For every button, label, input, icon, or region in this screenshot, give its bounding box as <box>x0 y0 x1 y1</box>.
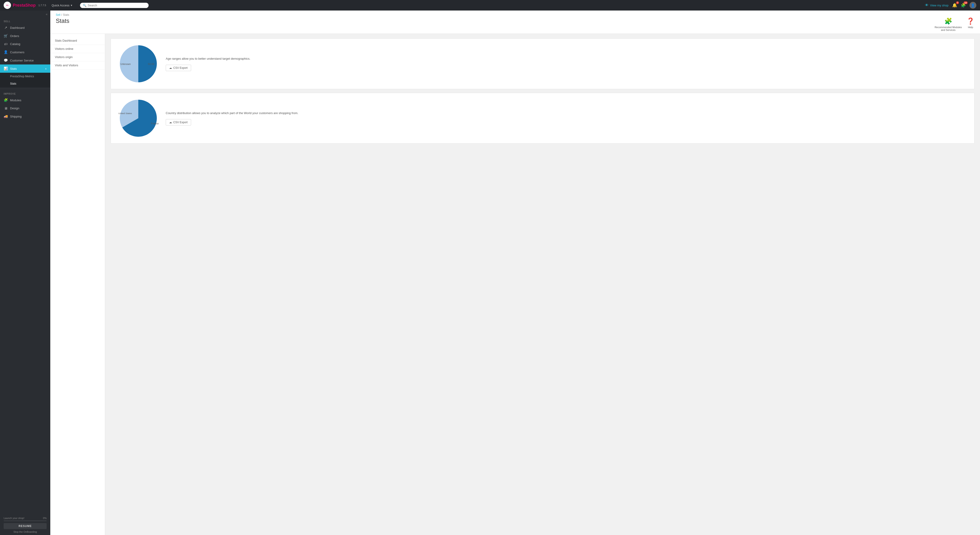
cloud-upload-icon-2: ☁ <box>169 121 172 124</box>
stats-submenu: PrestaShop Metrics Stats <box>0 73 50 88</box>
sidebar-item-design[interactable]: 🖥 Design <box>0 104 50 112</box>
stats-menu-panel: Stats Dashboard Visitors online Visitors… <box>50 34 105 535</box>
recommended-modules-label: Recommended Modules and Services <box>934 26 962 31</box>
sidebar-item-customers[interactable]: 👤 Customers <box>0 48 50 56</box>
age-csv-export-button[interactable]: ☁ CSV Export <box>166 65 191 71</box>
stats-icon: 📊 <box>4 67 8 71</box>
sidebar-collapse-btn[interactable]: « <box>0 11 50 18</box>
updates-badge: 13 <box>964 2 968 4</box>
country-csv-export-button[interactable]: ☁ CSV Export <box>166 119 191 126</box>
stats-chevron-icon: ∧ <box>45 67 47 70</box>
launch-progress: 0% <box>43 517 47 519</box>
sidebar-item-stats-label: Stats <box>10 67 17 70</box>
chevron-down-icon: ▼ <box>70 4 73 6</box>
page-header: Sell / Stats Stats 🧩 Recommended Modules… <box>50 11 980 34</box>
content-area: Stats Dashboard Visitors online Visitors… <box>50 34 980 535</box>
page-header-actions: 🧩 Recommended Modules and Services ❓ Hel… <box>934 18 975 31</box>
stats-menu-item-visitors-online[interactable]: Visitors online <box>50 45 105 53</box>
design-icon: 🖥 <box>4 106 8 110</box>
search-input[interactable] <box>88 4 146 7</box>
topbar-right: 👁 View my shop 🔔 7 🧩 13 👤 <box>925 2 976 9</box>
prestashop-metrics-label: PrestaShop Metrics <box>10 75 34 78</box>
sidebar-item-stats[interactable]: 📊 Stats ∧ <box>0 64 50 73</box>
breadcrumb-current: Stats <box>63 13 69 16</box>
sidebar-item-customers-label: Customers <box>10 51 24 54</box>
sidebar-item-catalog-label: Catalog <box>10 42 20 46</box>
updates-button[interactable]: 🧩 13 <box>961 3 966 8</box>
sidebar-item-orders[interactable]: 🛒 Orders <box>0 32 50 40</box>
sidebar-item-dashboard-label: Dashboard <box>10 26 25 30</box>
country-pie-chart: United States France <box>115 98 161 139</box>
sidebar-item-orders-label: Orders <box>10 34 19 38</box>
main-content: Sell / Stats Stats 🧩 Recommended Modules… <box>50 11 980 535</box>
country-chart-info: Country distribution allows you to analy… <box>166 111 970 126</box>
trending-icon: ↗ <box>4 25 8 30</box>
help-label: Help <box>968 26 973 29</box>
sidebar-item-dashboard[interactable]: ↗ Dashboard <box>0 24 50 32</box>
modules-icon: 🧩 <box>4 98 8 102</box>
logo-area: PS PrestaShop 1.7.7.5 <box>4 2 46 9</box>
notifications-badge: 7 <box>956 2 959 4</box>
recommended-modules-action[interactable]: 🧩 Recommended Modules and Services <box>934 18 962 31</box>
country-chart-description: Country distribution allows you to analy… <box>166 111 970 115</box>
stats-content-area: Unknown 50-59 Age ranges allow you to be… <box>105 34 980 535</box>
help-icon: ❓ <box>967 18 975 25</box>
onboarding-link[interactable]: Stop the OnBoarding <box>4 530 47 533</box>
customers-icon: 👤 <box>4 50 8 54</box>
search-icon: 🔍 <box>83 4 86 7</box>
shipping-icon: 🚚 <box>4 114 8 118</box>
sidebar-item-modules[interactable]: 🧩 Modules <box>0 96 50 104</box>
catalog-icon: 🏷 <box>4 42 8 46</box>
sidebar-item-design-label: Design <box>10 107 19 110</box>
svg-text:France: France <box>151 122 159 125</box>
sell-section-label: SELL <box>0 18 50 24</box>
logo-icon: PS <box>4 2 11 9</box>
search-box: 🔍 <box>80 3 149 8</box>
svg-text:Unknown: Unknown <box>121 63 131 65</box>
orders-icon: 🛒 <box>4 34 8 38</box>
launch-label: Launch your shop! <box>4 517 24 519</box>
sidebar-item-stats-sub[interactable]: Stats <box>0 80 50 88</box>
breadcrumb-sell[interactable]: Sell <box>56 13 60 16</box>
topbar: PS PrestaShop 1.7.7.5 Quick Access ▼ 🔍 👁… <box>0 0 980 11</box>
sidebar-nav: SELL ↗ Dashboard 🛒 Orders 🏷 Catalog 👤 Cu… <box>0 18 50 515</box>
age-chart-info: Age ranges allow you to better understan… <box>166 56 970 71</box>
progress-bar-bg <box>4 521 47 521</box>
help-action[interactable]: ❓ Help <box>967 18 975 29</box>
sidebar-item-catalog[interactable]: 🏷 Catalog <box>0 40 50 48</box>
notifications-button[interactable]: 🔔 7 <box>952 3 957 8</box>
svg-text:United States: United States <box>118 112 132 115</box>
logo-text: PrestaShop <box>13 3 36 8</box>
sidebar-divider <box>0 89 50 89</box>
stats-sub-label: Stats <box>10 82 16 85</box>
age-chart-description: Age ranges allow you to better understan… <box>166 56 970 61</box>
svg-text:PS: PS <box>6 5 8 6</box>
stats-menu-item-visits-and-visitors[interactable]: Visits and Visitors <box>50 61 105 70</box>
view-shop-link[interactable]: 👁 View my shop <box>925 3 948 7</box>
body-layout: « SELL ↗ Dashboard 🛒 Orders 🏷 Catalog 👤 … <box>0 11 980 535</box>
collapse-icon: « <box>46 12 48 16</box>
user-avatar[interactable]: 👤 <box>969 2 976 9</box>
improve-section-label: IMPROVE <box>0 90 50 96</box>
sidebar-item-shipping[interactable]: 🚚 Shipping <box>0 112 50 121</box>
stats-menu-item-visitors-origin[interactable]: Visitors origin <box>50 53 105 61</box>
customer-service-icon: 💬 <box>4 58 8 62</box>
puzzle-icon: 🧩 <box>944 18 952 25</box>
cloud-upload-icon: ☁ <box>169 66 172 70</box>
sidebar-item-shipping-label: Shipping <box>10 115 22 118</box>
eye-icon: 👁 <box>925 3 929 7</box>
breadcrumb-separator: / <box>61 13 62 16</box>
stats-menu-item-dashboard[interactable]: Stats Dashboard <box>50 37 105 45</box>
sidebar-item-modules-label: Modules <box>10 99 21 102</box>
quick-access-button[interactable]: Quick Access ▼ <box>50 3 75 8</box>
resume-button[interactable]: RESUME <box>4 523 47 529</box>
breadcrumb: Sell / Stats <box>56 13 975 16</box>
sidebar-item-customer-service[interactable]: 💬 Customer Service <box>0 56 50 64</box>
page-title: Stats <box>56 18 69 24</box>
sidebar-footer: Launch your shop! 0% RESUME Stop the OnB… <box>0 515 50 535</box>
sidebar: « SELL ↗ Dashboard 🛒 Orders 🏷 Catalog 👤 … <box>0 11 50 535</box>
sidebar-item-prestashop-metrics[interactable]: PrestaShop Metrics <box>0 73 50 80</box>
country-chart-section: United States France Country distributio… <box>111 93 975 143</box>
logo-version: 1.7.7.5 <box>38 4 46 6</box>
age-chart-section: Unknown 50-59 Age ranges allow you to be… <box>111 38 975 89</box>
